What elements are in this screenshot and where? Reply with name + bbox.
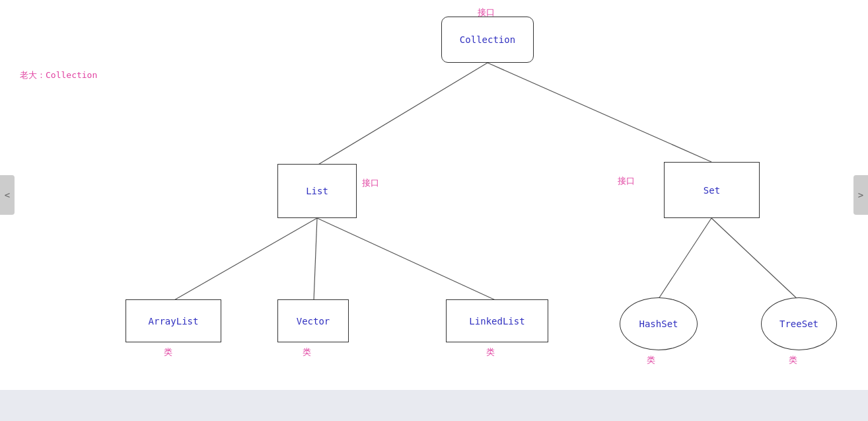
list-node: List: [277, 164, 357, 218]
left-chevron-icon: <: [5, 190, 10, 200]
svg-line-6: [711, 218, 799, 301]
vector-node: Vector: [277, 299, 349, 342]
treeset-lei-label: 类: [789, 354, 797, 366]
svg-line-5: [657, 218, 711, 301]
arraylist-node: ArrayList: [126, 299, 221, 342]
hashset-lei-label: 类: [647, 354, 655, 366]
collection-node: Collection: [441, 17, 534, 63]
right-chevron-icon: >: [858, 190, 863, 200]
arraylist-lei-label: 类: [164, 346, 172, 358]
linkedlist-lei-label: 类: [486, 346, 495, 358]
treeset-node: TreeSet: [761, 297, 837, 350]
linkedlist-node: LinkedList: [446, 299, 548, 342]
svg-line-3: [314, 218, 317, 301]
left-nav-button[interactable]: <: [0, 175, 15, 215]
main-canvas: 接口 Collection 老大：Collection List 接口 Set …: [0, 0, 868, 390]
set-node: Set: [664, 162, 760, 218]
svg-line-0: [317, 63, 488, 165]
vector-lei-label: 类: [303, 346, 311, 358]
svg-line-1: [488, 63, 711, 162]
list-jieko-label: 接口: [362, 177, 379, 189]
set-jieko-label: 接口: [618, 175, 635, 187]
footer-bar: [0, 390, 868, 421]
hashset-node: HashSet: [620, 297, 698, 350]
right-nav-button[interactable]: >: [853, 175, 868, 215]
svg-line-2: [173, 218, 317, 301]
svg-line-4: [317, 218, 497, 301]
top-annotation: 老大：Collection: [20, 69, 97, 81]
